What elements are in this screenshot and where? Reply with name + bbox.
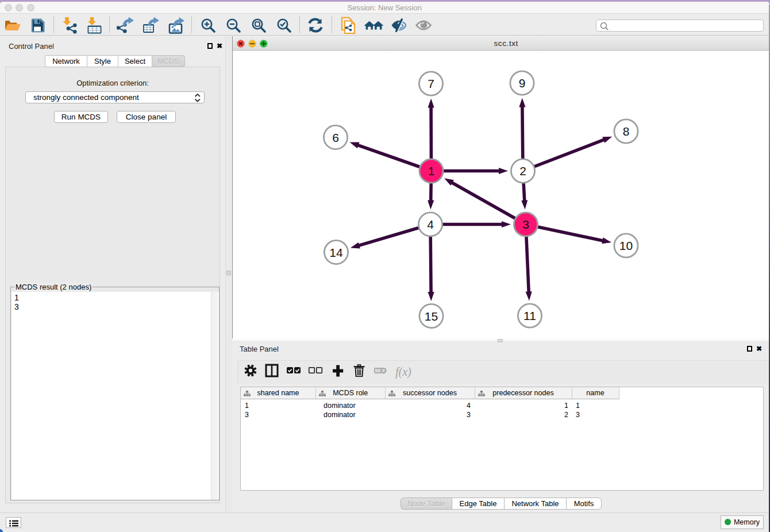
- svg-text:1: 1: [428, 164, 435, 178]
- svg-text:14: 14: [329, 246, 343, 259]
- svg-text:2: 2: [519, 164, 526, 178]
- svg-text:4: 4: [427, 218, 434, 231]
- svg-text:7: 7: [428, 77, 434, 90]
- svg-text:6: 6: [332, 131, 339, 144]
- svg-text:15: 15: [425, 310, 438, 323]
- svg-text:10: 10: [619, 239, 633, 252]
- svg-text:11: 11: [523, 309, 536, 322]
- svg-text:8: 8: [623, 125, 630, 138]
- svg-text:9: 9: [519, 76, 526, 90]
- svg-text:3: 3: [522, 218, 529, 231]
